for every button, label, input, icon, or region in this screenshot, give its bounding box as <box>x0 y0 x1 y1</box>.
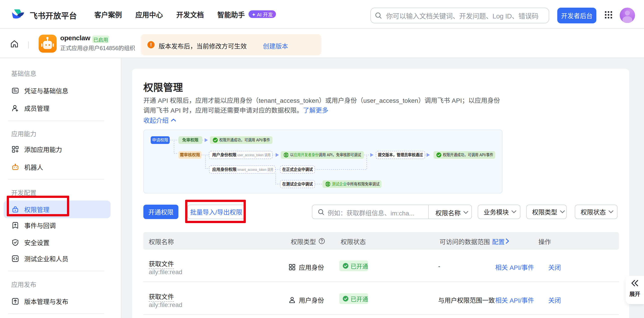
svg-text:权限开通成功，可调用 API/事件: 权限开通成功，可调用 API/事件 <box>219 138 270 142</box>
svg-text:提交版本，管理员审核通过: 提交版本，管理员审核通过 <box>378 152 423 157</box>
svg-text:在测试企业中调试: 在测试企业中调试 <box>282 182 313 186</box>
svg-text:tenant_access_token 调用: tenant_access_token 调用 <box>238 168 274 172</box>
svg-text:应用身份权限: 应用身份权限 <box>212 167 237 172</box>
svg-text:需审核权限: 需审核权限 <box>180 152 200 157</box>
svg-text:以应用开发者身份调用 API，免审核即可调试: 以应用开发者身份调用 API，免审核即可调试 <box>290 153 361 157</box>
svg-text:免审权限: 免审权限 <box>182 138 199 142</box>
svg-text:权限开通成功，可调用 API/事件: 权限开通成功，可调用 API/事件 <box>443 153 493 157</box>
svg-text:user_access_token 调用: user_access_token 调用 <box>237 153 270 157</box>
svg-text:测试企业中所有权限免审调试: 测试企业中所有权限免审调试 <box>332 182 380 186</box>
svg-text:用户身份权限: 用户身份权限 <box>212 152 236 157</box>
svg-text:在正式企业中调试: 在正式企业中调试 <box>282 167 313 172</box>
svg-text:申请权限: 申请权限 <box>152 138 168 142</box>
